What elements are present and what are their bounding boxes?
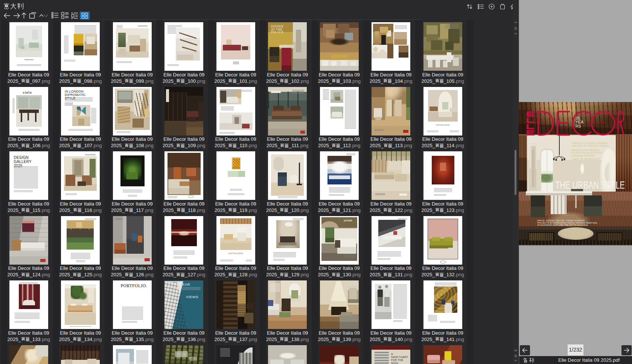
svg-text:THE URBAN STYLE: THE URBAN STYLE	[555, 180, 625, 190]
